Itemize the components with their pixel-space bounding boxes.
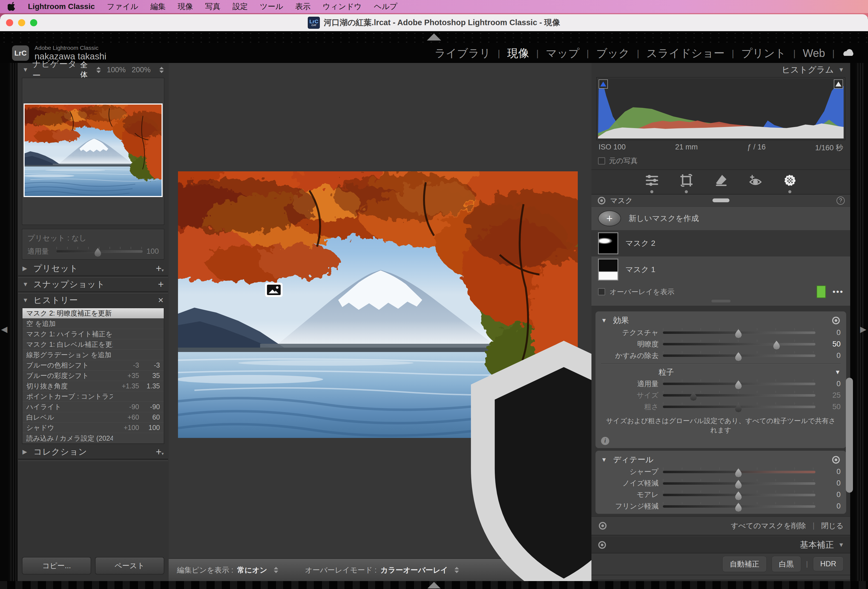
overlay-options-icon[interactable]: ••• — [833, 287, 844, 296]
filmstrip-expand-icon[interactable] — [427, 582, 441, 589]
sky-mask-pin[interactable] — [265, 283, 283, 297]
module-print[interactable]: プリント — [734, 46, 793, 61]
clear-history-icon[interactable]: ✕ — [158, 296, 164, 305]
module-library[interactable]: ライブラリ — [427, 46, 498, 61]
add-mask-icon[interactable]: + — [598, 211, 621, 226]
add-snapshot-icon[interactable]: + — [158, 280, 164, 289]
original-photo-checkbox[interactable] — [598, 158, 605, 165]
mask-panel-resize-handle[interactable] — [712, 300, 731, 302]
menu-tools[interactable]: ツール — [260, 1, 283, 12]
chevron-down-icon[interactable]: ▼ — [22, 66, 32, 74]
module-develop[interactable]: 現像 — [500, 46, 536, 61]
collections-panel-header[interactable]: ▶ コレクション +▾ — [18, 445, 169, 459]
snapshots-panel-header[interactable]: ▼ スナップショット + — [18, 278, 169, 291]
apple-menu-icon[interactable] — [8, 2, 16, 11]
delete-all-masks-button[interactable]: すべてのマスクを削除 — [731, 521, 806, 531]
menu-window[interactable]: ウィンドウ — [323, 1, 362, 12]
navigator-preview[interactable] — [22, 78, 164, 225]
navigator-zoom-fit[interactable]: 全体 — [80, 60, 88, 80]
navigator-zoom-200[interactable]: 200% — [132, 66, 151, 74]
clarity-slider[interactable] — [663, 339, 815, 349]
close-window-button[interactable] — [6, 19, 13, 26]
chevron-down-icon[interactable]: ▼ — [601, 317, 613, 324]
masking-tool-button[interactable] — [783, 173, 797, 193]
grain-size-slider[interactable] — [663, 390, 815, 400]
hdr-button[interactable]: HDR — [813, 557, 844, 571]
mask-panel-eye-icon[interactable] — [597, 196, 606, 205]
dehaze-slider[interactable] — [663, 350, 815, 361]
history-item[interactable]: シャドウ+100100 — [22, 423, 164, 433]
history-item[interactable]: 切り抜き角度+1.351.35 — [22, 381, 164, 392]
history-item[interactable]: ブルーの彩度シフト+3535 — [22, 371, 164, 381]
chevron-down-icon[interactable]: ▼ — [838, 541, 844, 548]
menu-file[interactable]: ファイル — [107, 1, 138, 12]
filmstrip-collapse-strip[interactable] — [0, 581, 868, 589]
cloud-sync-icon[interactable] — [842, 48, 856, 58]
edit-tool-button[interactable] — [645, 173, 659, 193]
black-white-button[interactable]: 白黒 — [772, 556, 801, 572]
close-masks-button[interactable]: 閉じる — [821, 521, 844, 531]
highlight-clipping-indicator[interactable] — [834, 80, 843, 89]
module-map[interactable]: マップ — [539, 46, 586, 61]
navigator-zoom-100[interactable]: 100% — [107, 66, 126, 74]
left-panel-collapse-icon[interactable]: ◀ — [1, 324, 7, 334]
history-item[interactable]: 読み込み / カメラ設定 (2024/06/23 2:01:00) — [22, 433, 164, 443]
right-panel-grip[interactable] — [856, 63, 864, 581]
detail-eye-icon[interactable] — [831, 455, 841, 464]
mask-item[interactable]: マスク 2 — [592, 230, 850, 256]
add-preset-icon[interactable]: +▾ — [156, 264, 164, 274]
basic-eye-icon[interactable] — [598, 540, 607, 549]
top-panel-expand-icon[interactable] — [427, 33, 441, 41]
menu-edit[interactable]: 編集 — [150, 1, 166, 12]
noise-reduction-slider[interactable] — [663, 479, 815, 488]
history-item[interactable]: マスク 1: 白レベル補正を更新 — [22, 339, 164, 350]
left-panel-grip[interactable] — [9, 63, 17, 581]
right-panel-collapse-icon[interactable]: ▶ — [860, 324, 867, 334]
mask-item[interactable]: マスク 1 — [592, 256, 850, 283]
presets-panel-header[interactable]: ▶ プリセット +▾ — [18, 262, 169, 275]
crop-tool-button[interactable] — [679, 173, 694, 193]
navigator-thumbnail[interactable] — [24, 103, 162, 197]
main-photo[interactable] — [178, 171, 578, 438]
menu-photo[interactable]: 写真 — [205, 1, 220, 12]
chevron-down-icon[interactable]: ▼ — [601, 456, 613, 463]
mask-1-thumbnail[interactable] — [598, 259, 618, 281]
create-mask-row[interactable]: + 新しいマスクを作成 — [592, 207, 850, 230]
module-book[interactable]: ブック — [589, 46, 637, 61]
chevron-down-icon[interactable]: ▼ — [838, 66, 844, 74]
add-collection-icon[interactable]: +▾ — [156, 447, 164, 457]
history-item[interactable]: マスク 2: 明瞭度補正を更新 — [22, 308, 164, 319]
texture-slider[interactable] — [663, 328, 815, 337]
history-item[interactable]: 空 を追加 — [22, 319, 164, 329]
overlay-color-swatch[interactable] — [816, 286, 826, 298]
defringe-slider[interactable] — [663, 501, 815, 511]
zoom-window-button[interactable] — [30, 19, 37, 26]
menu-help[interactable]: ヘルプ — [374, 1, 397, 12]
auto-settings-button[interactable]: 自動補正 — [722, 556, 767, 572]
right-panel-scrollbar[interactable] — [846, 378, 853, 493]
sharpen-slider[interactable] — [663, 467, 815, 477]
copy-button[interactable]: コピー... — [22, 557, 91, 574]
history-item[interactable]: マスク 1: ハイライト補正を更新 — [22, 329, 164, 339]
help-icon[interactable]: ? — [837, 196, 845, 205]
grain-amount-slider[interactable] — [663, 379, 815, 389]
chevron-down-icon[interactable]: ▼ — [22, 281, 33, 288]
paste-button[interactable]: ペースト — [95, 557, 164, 574]
moire-slider[interactable] — [663, 490, 815, 500]
history-panel-header[interactable]: ▼ ヒストリー ✕ — [18, 293, 169, 307]
zoom-stepper-icon[interactable] — [159, 67, 164, 73]
mask-panel-drag-handle[interactable] — [713, 199, 729, 202]
healing-tool-button[interactable] — [714, 173, 728, 193]
mask-2-thumbnail[interactable] — [598, 233, 618, 254]
zoom-fit-stepper-icon[interactable] — [96, 67, 101, 73]
menu-settings[interactable]: 設定 — [232, 1, 248, 12]
history-item[interactable]: 線形グラデーション を追加 — [22, 350, 164, 360]
edit-pins-select-icon[interactable] — [274, 567, 278, 573]
amount-slider[interactable] — [56, 246, 143, 256]
red-eye-tool-button[interactable] — [748, 173, 763, 193]
menu-view[interactable]: 表示 — [295, 1, 310, 12]
effects-eye-icon[interactable] — [831, 316, 841, 325]
mask-visibility-eye-icon[interactable] — [598, 521, 607, 530]
show-overlay-checkbox[interactable] — [598, 288, 605, 295]
chevron-right-icon[interactable]: ▶ — [22, 265, 33, 272]
